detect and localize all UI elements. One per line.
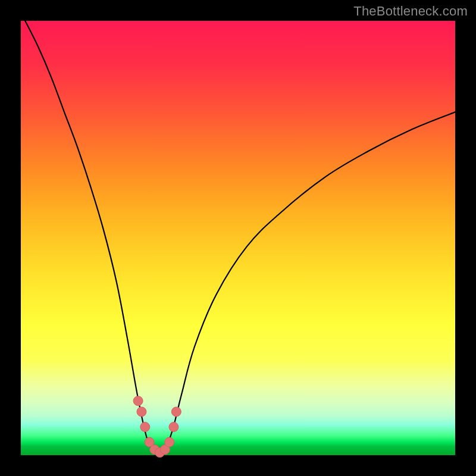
chart-stage: TheBottleneck.com [0, 0, 476, 476]
plot-area [21, 21, 455, 455]
marker-point [169, 422, 178, 432]
marker-point [133, 396, 143, 406]
highlight-markers [133, 396, 181, 458]
marker-point [171, 407, 181, 416]
bottleneck-curve [25, 21, 455, 455]
marker-point [137, 407, 146, 416]
marker-point [140, 422, 150, 432]
marker-point [165, 437, 174, 447]
watermark-text: TheBottleneck.com [353, 4, 468, 19]
chart-svg [21, 21, 455, 455]
